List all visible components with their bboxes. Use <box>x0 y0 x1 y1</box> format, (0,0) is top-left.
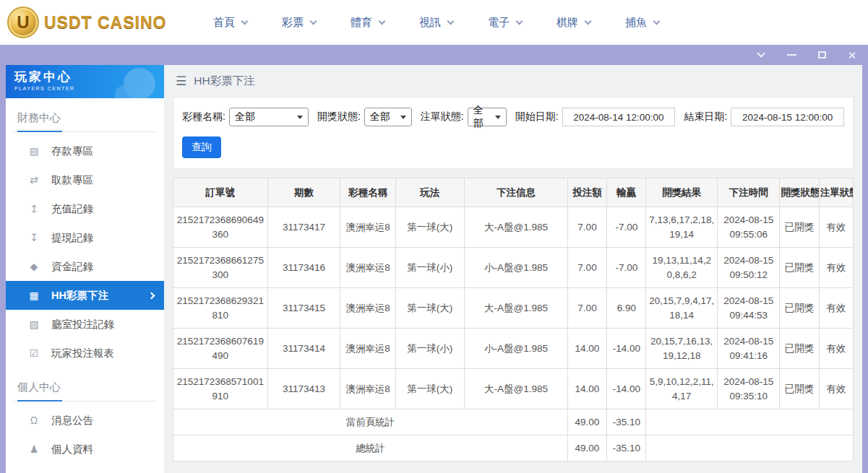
window-maximize-button[interactable] <box>816 49 828 61</box>
table-cell: 19,13,11,14,20,8,6,2 <box>646 248 718 288</box>
sidebar-item-withdrawal-record[interactable]: ↧提現記錄 <box>6 223 164 252</box>
table-cell: 大-A盤@1.985 <box>465 207 568 248</box>
table-cell: 5,9,10,12,2,11,4,17 <box>646 369 718 409</box>
table-cell: 7,13,6,17,2,18,19,14 <box>646 207 718 248</box>
table-cell: 大-A盤@1.985 <box>465 288 568 329</box>
nav-item-2[interactable]: 彩票 <box>282 16 316 30</box>
sidebar-item-label: 個人資料 <box>51 443 93 456</box>
sidebar-item-hall-bet-records[interactable]: ▧廳室投注記錄 <box>6 310 164 339</box>
sidebar-item-hh-lottery-bets[interactable]: ▦HH彩票下注 <box>6 281 164 310</box>
table-cell: 有效 <box>819 369 853 409</box>
table-cell: 第一球(大) <box>395 369 465 409</box>
column-header: 開獎結果 <box>646 178 718 207</box>
summary-spacer <box>646 409 854 435</box>
nav-item-7[interactable]: 捕魚 <box>625 16 659 30</box>
summary-bet-total: 49.00 <box>567 409 606 435</box>
chevron-down-icon <box>516 17 523 25</box>
brand-logo[interactable]: U USDT CASINO <box>7 6 177 38</box>
table-cell: 20,15,7,16,13,19,12,18 <box>646 329 718 369</box>
column-header: 輸贏 <box>607 178 646 207</box>
sidebar-item-recharge-record[interactable]: ↥充值記錄 <box>6 194 164 223</box>
column-header: 訂單號 <box>173 178 268 207</box>
table-cell: 已開獎 <box>780 207 819 248</box>
draw-status-value: 全部 <box>370 110 390 123</box>
top-navbar: U USDT CASINO 首頁彩票體育視訊電子棋牌捕魚 <box>0 0 868 45</box>
player-center-subtitle: PLAYERS CENTER <box>14 86 155 91</box>
nav-item-3[interactable]: 體育 <box>351 16 384 30</box>
table-cell: 澳洲幸运8 <box>340 369 395 409</box>
select-arrow-icon <box>495 116 501 119</box>
lottery-name-label: 彩種名稱: <box>182 110 225 123</box>
sidebar-item-deposit[interactable]: ▤存款專區 <box>6 136 164 165</box>
column-header: 下注時間 <box>717 178 779 207</box>
summary-label: 當前頁統計 <box>173 409 568 435</box>
player-center-title: 玩家中心 <box>14 69 155 85</box>
sidebar-section-label: 財務中心 <box>13 105 157 132</box>
column-header: 投注額 <box>567 178 606 207</box>
column-header: 注單狀態 <box>819 178 853 207</box>
sidebar-item-label: 取款專區 <box>51 173 93 187</box>
chevron-down-icon <box>447 17 455 25</box>
sidebar-item-label: 充值記錄 <box>51 202 93 216</box>
table-cell: 第一球(大) <box>395 288 465 329</box>
nav-item-4[interactable]: 視訊 <box>419 16 453 30</box>
table-cell: 14.00 <box>567 329 606 369</box>
table-cell: 有效 <box>819 329 853 369</box>
end-date-label: 結束日期: <box>684 110 727 123</box>
sidebar-item-bell[interactable]: Ω消息公告 <box>6 406 164 435</box>
sidebar-section-label: 個人中心 <box>13 375 157 402</box>
summary-label: 總統計 <box>173 435 568 461</box>
window-minimize-button[interactable] <box>786 49 797 61</box>
window-controls: ✕ <box>755 45 858 65</box>
table-cell: 31173414 <box>267 329 340 369</box>
table-cell: 已開獎 <box>780 248 819 288</box>
table-row: 215217236866127530031173416澳洲幸运8第一球(小)小-… <box>173 248 854 288</box>
hamburger-icon[interactable]: ☰ <box>176 74 186 89</box>
deposit-icon: ▤ <box>27 145 40 157</box>
sidebar-item-profile[interactable]: ♟個人資料 <box>6 435 164 464</box>
top-nav: 首頁彩票體育視訊電子棋牌捕魚 <box>213 16 659 30</box>
lottery-name-value: 全部 <box>235 110 255 123</box>
table-cell: 14.00 <box>567 369 606 409</box>
table-cell: 小-A盤@1.985 <box>465 329 568 369</box>
summary-row: 總統計49.00-35.10 <box>173 435 854 461</box>
sidebar-item-label: HH彩票下注 <box>51 289 108 303</box>
table-cell: 澳洲幸运8 <box>340 288 395 329</box>
chevron-down-icon <box>379 17 386 25</box>
summary-winloss-total: -35.10 <box>607 409 646 435</box>
bets-table-wrap: 訂單號期數彩種名稱玩法下注信息投注額輸贏開獎結果下注時間開獎狀態注單狀態 215… <box>173 178 854 461</box>
sidebar: 玩家中心 PLAYERS CENTER 財務中心▤存款專區⇄取款專區↥充值記錄↧… <box>6 65 164 473</box>
search-button[interactable]: 查詢 <box>182 136 221 158</box>
bell-icon: Ω <box>27 415 40 426</box>
minimize-icon <box>787 54 796 56</box>
start-date-input[interactable]: 2024-08-14 12:00:00 <box>562 108 676 126</box>
bets-table: 訂單號期數彩種名稱玩法下注信息投注額輸贏開獎結果下注時間開獎狀態注單狀態 215… <box>173 178 854 461</box>
funds-record-icon: ◆ <box>27 261 40 272</box>
lottery-name-select[interactable]: 全部 <box>229 108 309 126</box>
nav-item-6[interactable]: 棋牌 <box>557 16 590 30</box>
nav-item-1[interactable]: 首頁 <box>213 16 247 30</box>
filter-panel: 彩種名稱: 全部 開獎狀態: 全部 注單狀態: 全部 <box>173 97 854 169</box>
end-date-input[interactable]: 2024-08-15 12:00:00 <box>731 108 844 126</box>
draw-status-select[interactable]: 全部 <box>364 108 412 126</box>
table-cell: 7.00 <box>567 248 606 288</box>
sidebar-item-withdraw[interactable]: ⇄取款專區 <box>6 165 164 194</box>
table-cell: 大-A盤@1.985 <box>465 369 568 409</box>
table-cell: 2152172368629321810 <box>173 288 268 329</box>
window-collapse-button[interactable] <box>755 49 767 61</box>
window-close-button[interactable]: ✕ <box>846 49 858 61</box>
table-cell: 澳洲幸运8 <box>340 207 395 248</box>
sidebar-item-player-bet-report[interactable]: ☑玩家投注報表 <box>6 339 164 368</box>
nav-item-label: 彩票 <box>282 16 304 30</box>
brand-name: USDT CASINO <box>44 13 166 32</box>
order-status-select[interactable]: 全部 <box>468 108 507 126</box>
nav-item-5[interactable]: 電子 <box>488 16 522 30</box>
column-header: 期數 <box>267 178 340 207</box>
table-cell: 2152172368690649360 <box>173 207 268 248</box>
sidebar-item-funds-record[interactable]: ◆資金記錄 <box>6 252 164 281</box>
sidebar-item-label: 資金記錄 <box>51 260 93 274</box>
table-row: 215217236860761949031173414澳洲幸运8第一球(小)小-… <box>173 329 854 369</box>
column-header: 彩種名稱 <box>340 178 395 207</box>
main-content: ☰ HH彩票下注 彩種名稱: 全部 開獎狀態: 全部 <box>164 65 862 473</box>
hall-bet-records-icon: ▧ <box>27 318 40 330</box>
